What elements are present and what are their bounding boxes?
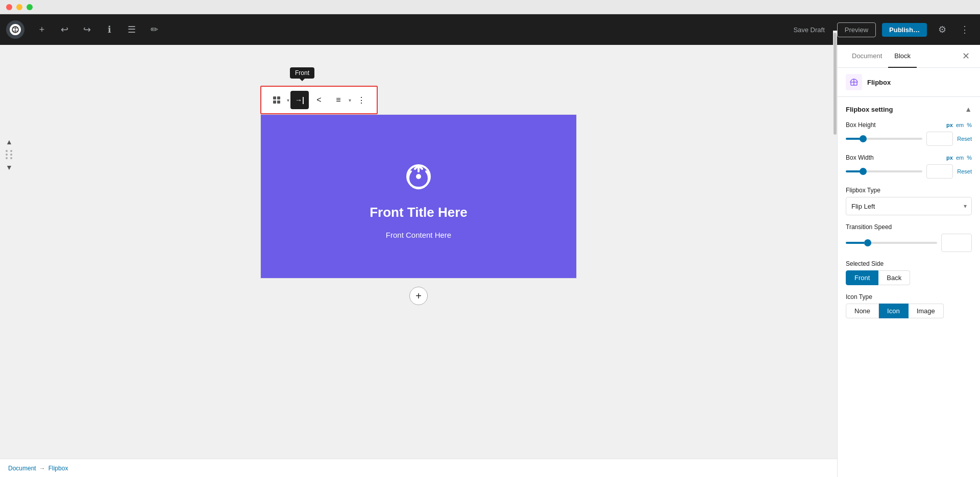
block-name-label: Flipbox — [867, 79, 891, 86]
plus-circle-icon: + — [415, 290, 422, 302]
maximize-window-btn[interactable] — [27, 4, 33, 10]
icon-type-image-button[interactable]: Image — [909, 304, 944, 318]
sidebar-scrollbar[interactable] — [833, 31, 837, 459]
selected-side-front-button[interactable]: Front — [846, 270, 878, 285]
breadcrumb-item[interactable]: Flipbox — [48, 465, 68, 472]
transform-arrow-icon: ▾ — [287, 97, 289, 103]
gear-icon: ⚙ — [938, 24, 946, 35]
breadcrumb-bar: Document → Flipbox — [0, 459, 837, 477]
wp-logo[interactable] — [6, 20, 24, 39]
box-width-unit-em[interactable]: em — [956, 155, 964, 161]
box-height-unit-px[interactable]: px — [946, 122, 953, 128]
svg-rect-4 — [277, 101, 280, 104]
info-icon: ℹ — [108, 24, 111, 35]
navigate-back-icon: < — [316, 95, 321, 105]
ellipsis-icon: ⋮ — [960, 24, 969, 35]
tab-document[interactable]: Document — [846, 45, 888, 68]
transform-icon — [272, 95, 281, 105]
box-width-input[interactable] — [926, 164, 953, 179]
collapse-section-button[interactable]: ▲ — [965, 105, 972, 113]
drag-handle — [6, 150, 13, 159]
block-more-options-button[interactable]: ⋮ — [352, 91, 371, 109]
icon-type-label: Icon Type — [846, 293, 872, 300]
more-options-icon: ⋮ — [357, 95, 365, 105]
navigate-forward-button[interactable]: →| — [290, 91, 309, 109]
transition-speed-label: Transition Speed — [846, 223, 892, 231]
flipbox-front-icon — [398, 154, 439, 194]
block-toolbar-wrapper: Front ▾ — [260, 86, 378, 114]
icon-type-toggle-group: None Icon Image — [846, 304, 972, 318]
flipbox-block: Front Title Here Front Content Here — [260, 114, 577, 279]
flipbox-front-content: Front Content Here — [386, 231, 451, 239]
svg-rect-2 — [277, 96, 280, 99]
flipbox-block-icon — [846, 74, 862, 90]
block-header: Flipbox — [838, 68, 980, 97]
box-width-setting: Box Width px em % Reset — [846, 154, 972, 179]
scroll-nav: ▲ ▼ — [0, 132, 18, 178]
selected-side-label: Selected Side — [846, 260, 884, 267]
align-button-group[interactable]: ≡ ▾ — [329, 91, 351, 109]
flipbox-front: Front Title Here Front Content Here — [261, 115, 576, 278]
box-width-label: Box Width — [846, 154, 874, 161]
icon-type-icon-button[interactable]: Icon — [879, 304, 909, 318]
flipbox-type-select[interactable]: Flip Left Flip Right Flip Up Flip Down — [846, 197, 972, 215]
transform-button-group[interactable]: ▾ — [267, 91, 289, 109]
svg-point-6 — [416, 174, 421, 179]
box-width-reset-button[interactable]: Reset — [957, 168, 972, 174]
align-button[interactable]: ≡ — [329, 91, 348, 109]
tools-button[interactable]: ✏ — [145, 20, 163, 39]
tooltip: Front — [290, 67, 314, 79]
tab-block[interactable]: Block — [888, 45, 917, 68]
flipbox-front-title: Front Title Here — [370, 205, 468, 220]
redo-icon: ↪ — [83, 24, 91, 35]
publish-button[interactable]: Publish… — [882, 23, 927, 37]
box-height-reset-button[interactable]: Reset — [957, 136, 972, 142]
box-height-unit-pct[interactable]: % — [967, 122, 972, 128]
align-arrow-icon: ▾ — [349, 97, 351, 103]
wp-logo-inner — [10, 24, 21, 35]
box-height-slider[interactable] — [846, 138, 922, 140]
change-block-type-button[interactable] — [267, 91, 286, 109]
box-height-setting: Box Height px em % Reset — [846, 121, 972, 146]
box-width-unit-pct[interactable]: % — [967, 155, 972, 161]
scroll-up-button[interactable]: ▲ — [2, 136, 16, 148]
preview-button[interactable]: Preview — [837, 22, 876, 37]
sidebar-tabs: Document Block ✕ — [838, 45, 980, 68]
add-block-below-button[interactable]: + — [409, 287, 428, 305]
settings-button[interactable]: ⚙ — [933, 20, 951, 39]
box-width-unit-px[interactable]: px — [946, 155, 953, 161]
icon-type-none-button[interactable]: None — [846, 304, 879, 318]
redo-button[interactable]: ↪ — [78, 20, 96, 39]
breadcrumb-document[interactable]: Document — [8, 465, 36, 472]
flipbox-settings-section: Flipbox setting ▲ — [846, 105, 972, 113]
close-window-btn[interactable] — [6, 4, 12, 10]
svg-rect-3 — [273, 101, 276, 104]
scroll-down-button[interactable]: ▼ — [2, 161, 16, 173]
canvas-area: ▲ ▼ Front — [0, 45, 837, 477]
navigate-forward-icon: →| — [295, 96, 304, 104]
undo-button[interactable]: ↩ — [55, 20, 74, 39]
icon-type-setting: Icon Type None Icon Image — [846, 293, 972, 318]
selected-side-toggle-group: Front Back — [846, 270, 972, 285]
right-sidebar: Document Block ✕ Flipbox Flipbox setting… — [837, 45, 980, 477]
box-height-unit-em[interactable]: em — [956, 122, 964, 128]
block-list-button[interactable]: ☰ — [122, 20, 141, 39]
save-draft-button[interactable]: Save Draft — [787, 23, 830, 37]
scrollbar-thumb[interactable] — [834, 33, 837, 135]
info-button[interactable]: ℹ — [100, 20, 118, 39]
minimize-window-btn[interactable] — [16, 4, 22, 10]
selected-side-setting: Selected Side Front Back — [846, 260, 972, 285]
section-title: Flipbox setting — [846, 106, 893, 113]
transition-speed-slider[interactable] — [846, 242, 937, 244]
flipbox-type-select-wrapper: Flip Left Flip Right Flip Up Flip Down ▾ — [846, 197, 972, 215]
breadcrumb-separator: → — [39, 465, 45, 472]
box-height-input[interactable] — [926, 132, 953, 146]
transition-speed-input[interactable] — [941, 234, 972, 252]
sidebar-close-button[interactable]: ✕ — [960, 48, 972, 64]
pencil-icon: ✏ — [151, 24, 158, 35]
navigate-back-button[interactable]: < — [310, 91, 328, 109]
add-block-button[interactable]: + — [33, 20, 51, 39]
selected-side-back-button[interactable]: Back — [878, 270, 910, 285]
more-options-button[interactable]: ⋮ — [955, 20, 974, 39]
box-width-slider[interactable] — [846, 170, 922, 172]
